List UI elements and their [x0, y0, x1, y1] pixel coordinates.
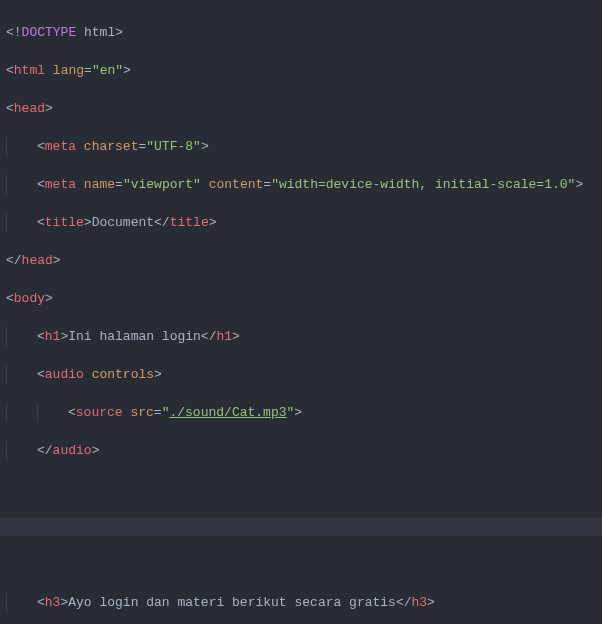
code-line: <h1>Ini halaman login</h1> [0, 327, 602, 346]
attr: controls [92, 367, 154, 382]
code-line: <source src="./sound/Cat.mp3"> [0, 403, 602, 422]
tag: html [14, 63, 45, 78]
code-line: <audio controls> [0, 365, 602, 384]
code-line: <html lang="en"> [0, 61, 602, 80]
code-line: </audio> [0, 441, 602, 460]
code-line-active [0, 517, 602, 536]
attr-val: "width=device-width, initial-scale=1.0" [271, 177, 575, 192]
tag: audio [53, 443, 92, 458]
punct: > [115, 25, 123, 40]
code-line: <meta name="viewport" content="width=dev… [0, 175, 602, 194]
code-line: <!DOCTYPE html> [0, 23, 602, 42]
code-line: <meta charset="UTF-8"> [0, 137, 602, 156]
attr-val: "viewport" [123, 177, 201, 192]
code-line [0, 479, 602, 498]
tag: meta [45, 139, 76, 154]
attr: content [209, 177, 264, 192]
attr: src [130, 405, 153, 420]
code-area[interactable]: <!DOCTYPE html> <html lang="en"> <head> … [0, 0, 602, 624]
code-line: <h3>Ayo login dan materi berikut secara … [0, 593, 602, 612]
text: Ini halaman login [68, 329, 201, 344]
text: Document [92, 215, 154, 230]
tag: h3 [45, 595, 61, 610]
tag: head [22, 253, 53, 268]
attr-val: "en" [92, 63, 123, 78]
code-line: <head> [0, 99, 602, 118]
tag: body [14, 291, 45, 306]
tag: source [76, 405, 123, 420]
doctype-name: html [76, 25, 115, 40]
attr: charset [84, 139, 139, 154]
tag: title [45, 215, 84, 230]
attr: lang [53, 63, 84, 78]
text: Ayo login dan materi berikut secara grat… [68, 595, 396, 610]
file-link[interactable]: ./sound/Cat.mp3 [169, 405, 286, 420]
code-line: </head> [0, 251, 602, 270]
code-line [0, 555, 602, 574]
tag: h1 [45, 329, 61, 344]
doctype-keyword: DOCTYPE [22, 25, 77, 40]
attr: name [84, 177, 115, 192]
tag: audio [45, 367, 84, 382]
code-line: <body> [0, 289, 602, 308]
tag: meta [45, 177, 76, 192]
tag: head [14, 101, 45, 116]
code-editor[interactable]: <!DOCTYPE html> <html lang="en"> <head> … [0, 0, 602, 624]
punct: <! [6, 25, 22, 40]
attr-val: "UTF-8" [146, 139, 201, 154]
code-line: <title>Document</title> [0, 213, 602, 232]
